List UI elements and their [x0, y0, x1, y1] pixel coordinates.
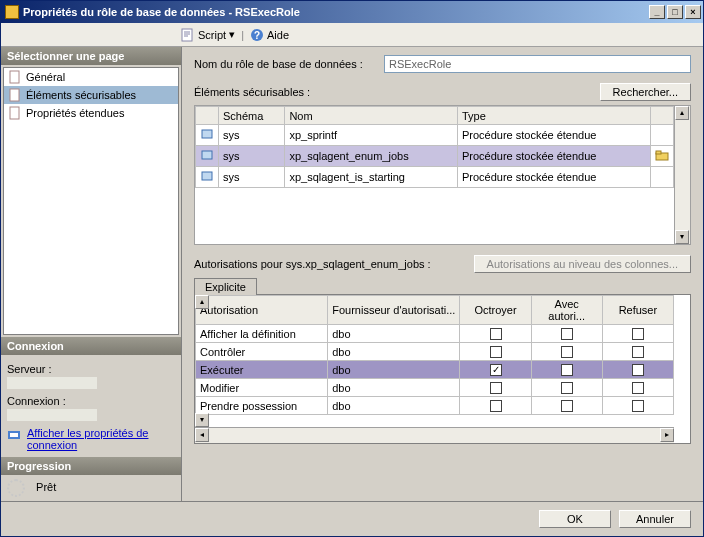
permissions-grid[interactable]: Autorisation Fournisseur d'autorisati...… — [194, 294, 691, 444]
connection-props-icon — [7, 427, 21, 441]
server-value — [7, 377, 97, 389]
nav-extended[interactable]: Propriétés étendues — [4, 104, 178, 122]
page-icon — [8, 106, 22, 120]
securables-label: Éléments sécurisables : — [194, 86, 600, 98]
script-label: Script — [198, 29, 226, 41]
grant-checkbox[interactable] — [490, 328, 502, 340]
securables-grid[interactable]: Schéma Nom Type sys xp_sprintf Procédure… — [194, 105, 691, 245]
progress-status: Prêt — [36, 481, 56, 493]
nav-securables[interactable]: Éléments sécurisables — [4, 86, 178, 104]
svg-rect-5 — [10, 107, 19, 119]
role-name-label: Nom du rôle de base de données : — [194, 58, 384, 70]
role-name-field: RSExecRole — [384, 55, 691, 73]
script-menu[interactable]: Script ▾ — [181, 28, 235, 42]
perm-header-deny[interactable]: Refuser — [602, 296, 673, 325]
titlebar[interactable]: Propriétés du rôle de base de données - … — [1, 1, 703, 23]
search-button[interactable]: Rechercher... — [600, 83, 691, 101]
deny-checkbox[interactable] — [632, 400, 644, 412]
perm-header-grant[interactable]: Octroyer — [460, 296, 531, 325]
grant-checkbox[interactable]: ✓ — [490, 364, 502, 376]
close-button[interactable]: × — [685, 5, 701, 19]
cancel-button[interactable]: Annuler — [619, 510, 691, 528]
table-row[interactable]: Exécuter dbo ✓ — [196, 361, 674, 379]
table-row[interactable]: sys xp_sqlagent_is_starting Procédure st… — [196, 167, 674, 188]
view-connection-props-link[interactable]: Afficher les propriétés de connexion — [27, 427, 175, 451]
svg-rect-11 — [656, 151, 661, 154]
deny-checkbox[interactable] — [632, 328, 644, 340]
help-label: Aide — [267, 29, 289, 41]
table-row[interactable]: Modifier dbo — [196, 379, 674, 397]
tab-explicit[interactable]: Explicite — [194, 278, 257, 295]
browse-icon[interactable] — [651, 146, 674, 167]
help-icon: ? — [250, 28, 264, 42]
proc-icon — [196, 167, 219, 188]
grant-checkbox[interactable] — [490, 400, 502, 412]
app-icon — [5, 5, 19, 19]
progress-header: Progression — [1, 457, 181, 475]
deny-checkbox[interactable] — [632, 346, 644, 358]
scroll-down-icon[interactable]: ▾ — [195, 413, 209, 427]
proc-icon — [196, 125, 219, 146]
deny-checkbox[interactable] — [632, 364, 644, 376]
withgrant-checkbox[interactable] — [561, 382, 573, 394]
svg-rect-0 — [182, 29, 192, 41]
perm-header-permission[interactable]: Autorisation — [196, 296, 328, 325]
nav-general[interactable]: Général — [4, 68, 178, 86]
scroll-up-icon[interactable]: ▴ — [195, 295, 209, 309]
scroll-down-icon[interactable]: ▾ — [675, 230, 689, 244]
table-row[interactable]: Prendre possession dbo — [196, 397, 674, 415]
ok-button[interactable]: OK — [539, 510, 611, 528]
table-row[interactable]: sys xp_sqlagent_enum_jobs Procédure stoc… — [196, 146, 674, 167]
withgrant-checkbox[interactable] — [561, 400, 573, 412]
grant-checkbox[interactable] — [490, 346, 502, 358]
svg-rect-4 — [10, 89, 19, 101]
vertical-scrollbar[interactable]: ▴ ▾ — [674, 106, 690, 244]
page-icon — [8, 70, 22, 84]
nav-securables-label: Éléments sécurisables — [26, 89, 136, 101]
script-icon — [181, 28, 195, 42]
scroll-up-icon[interactable]: ▴ — [675, 106, 689, 120]
connection-header: Connexion — [1, 337, 181, 355]
grid-header-type[interactable]: Type — [457, 107, 650, 125]
permissions-for-label: Autorisations pour sys.xp_sqlagent_enum_… — [194, 258, 474, 270]
toolbar: Script ▾ | ? Aide — [1, 23, 703, 47]
withgrant-checkbox[interactable] — [561, 364, 573, 376]
nav-general-label: Général — [26, 71, 65, 83]
withgrant-checkbox[interactable] — [561, 346, 573, 358]
nav-extended-label: Propriétés étendues — [26, 107, 124, 119]
spinner-icon — [7, 479, 25, 497]
scroll-left-icon[interactable]: ◂ — [195, 428, 209, 442]
svg-text:?: ? — [254, 30, 260, 41]
table-row[interactable]: Contrôler dbo — [196, 343, 674, 361]
minimize-button[interactable]: _ — [649, 5, 665, 19]
svg-rect-7 — [10, 433, 18, 437]
column-permissions-button: Autorisations au niveau des colonnes... — [474, 255, 691, 273]
maximize-button[interactable]: □ — [667, 5, 683, 19]
grid-header-action — [651, 107, 674, 125]
svg-rect-9 — [202, 151, 212, 159]
withgrant-checkbox[interactable] — [561, 328, 573, 340]
proc-icon — [196, 146, 219, 167]
deny-checkbox[interactable] — [632, 382, 644, 394]
svg-rect-3 — [10, 71, 19, 83]
table-row[interactable]: sys xp_sprintf Procédure stockée étendue — [196, 125, 674, 146]
page-navigator: Général Éléments sécurisables Propriétés… — [3, 67, 179, 335]
svg-rect-12 — [202, 172, 212, 180]
chevron-down-icon: ▾ — [229, 28, 235, 41]
page-icon — [8, 88, 22, 102]
table-row[interactable]: Afficher la définition dbo — [196, 325, 674, 343]
grant-checkbox[interactable] — [490, 382, 502, 394]
perm-header-grantor[interactable]: Fournisseur d'autorisati... — [328, 296, 460, 325]
help-menu[interactable]: ? Aide — [250, 28, 289, 42]
grid-header-icon — [196, 107, 219, 125]
select-page-header: Sélectionner une page — [1, 47, 181, 65]
scroll-right-icon[interactable]: ▸ — [660, 428, 674, 442]
grid-header-schema[interactable]: Schéma — [219, 107, 285, 125]
horizontal-scrollbar[interactable]: ◂ ▸ — [195, 427, 674, 443]
connection-label: Connexion : — [7, 395, 175, 407]
svg-rect-8 — [202, 130, 212, 138]
perm-header-withgrant[interactable]: Avec autori... — [531, 296, 602, 325]
connection-value — [7, 409, 97, 421]
window-title: Propriétés du rôle de base de données - … — [23, 6, 649, 18]
grid-header-name[interactable]: Nom — [285, 107, 458, 125]
